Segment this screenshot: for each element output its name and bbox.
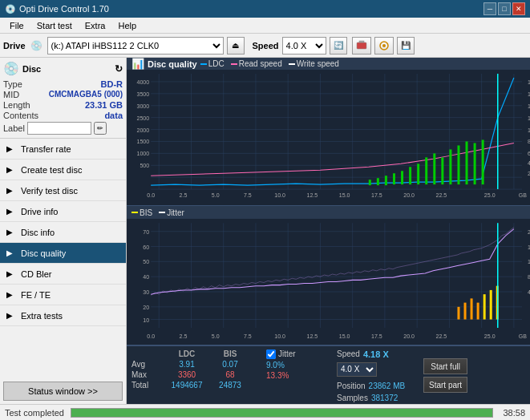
svg-rect-106 [471, 298, 473, 319]
svg-text:50: 50 [143, 259, 149, 265]
position-value: 23862 MB [369, 382, 406, 390]
svg-text:5.0: 5.0 [212, 333, 220, 339]
status-bar: Test completed 38:58 [0, 404, 530, 420]
lower-chart-header: BIS Jitter [127, 206, 530, 219]
svg-rect-61 [409, 167, 411, 184]
upper-chart-svg: 4000 3500 3000 2500 2000 1500 1000 500 1… [127, 70, 530, 205]
menu-help[interactable]: Help [111, 19, 143, 32]
svg-text:25.0: 25.0 [484, 333, 496, 339]
sidebar-item-drive-info[interactable]: ▶ Drive info [0, 201, 126, 222]
verify-test-disc-icon: ▶ [6, 186, 16, 195]
avg-label: Avg [131, 360, 164, 369]
toolbar: Drive 💿 (k:) ATAPI iHBS112 2 CLK0 ⏏ Spee… [0, 34, 530, 58]
speed-stat-select[interactable]: 4.0 X [337, 362, 377, 377]
disc-header-label: Disc [22, 64, 41, 74]
svg-rect-108 [483, 294, 486, 319]
svg-rect-68 [466, 141, 468, 184]
svg-text:22.5: 22.5 [435, 333, 447, 339]
svg-rect-66 [449, 149, 451, 184]
menu-start-test[interactable]: Start test [30, 19, 79, 32]
lower-chart-svg: 70 60 50 40 30 20 10 20% 16% 12% 8% 4% [127, 219, 530, 345]
close-button[interactable]: ✕ [512, 2, 525, 15]
nav-items: ▶ Transfer rate ▶ Create test disc ▶ Ver… [0, 139, 126, 378]
status-window-button[interactable]: Status window >> [3, 382, 123, 401]
status-time: 38:58 [503, 408, 525, 418]
speed-select[interactable]: 4.0 X [282, 37, 326, 55]
cd-bler-icon: ▶ [6, 269, 16, 278]
erase-button[interactable] [352, 37, 371, 55]
menu-file[interactable]: File [3, 19, 30, 32]
fe-te-icon: ▶ [6, 290, 16, 299]
svg-text:70: 70 [143, 229, 149, 236]
eject-button[interactable]: ⏏ [227, 37, 245, 55]
stats-bis-header: BIS [210, 349, 250, 358]
title-bar: 💿 Opti Drive Control 1.70 ─ □ ✕ [0, 0, 530, 18]
app-icon: 💿 [5, 4, 16, 14]
maximize-button[interactable]: □ [498, 2, 511, 15]
menu-extra[interactable]: Extra [79, 19, 112, 32]
svg-rect-59 [393, 173, 395, 184]
drive-select[interactable]: (k:) ATAPI iHBS112 2 CLK0 [47, 37, 224, 55]
refresh-button[interactable]: 🔄 [330, 37, 347, 55]
speed-label: Speed [253, 41, 279, 50]
jitter-legend-label: Jitter [167, 208, 184, 217]
svg-text:20.0: 20.0 [403, 333, 415, 339]
nav-label-extra-tests: Extra tests [21, 311, 63, 321]
bis-legend-dot [131, 212, 138, 213]
sidebar-item-disc-info[interactable]: ▶ Disc info [0, 222, 126, 243]
sidebar-item-extra-tests[interactable]: ▶ Extra tests [0, 305, 126, 326]
svg-text:5.0: 5.0 [212, 192, 220, 198]
disc-label-input[interactable] [27, 122, 91, 135]
svg-rect-105 [464, 303, 467, 320]
svg-rect-60 [401, 171, 403, 184]
minimize-button[interactable]: ─ [483, 2, 496, 15]
disc-info-panel: 💿 Disc ↻ Type BD-R MID CMCMAGBA5 (000) L… [0, 58, 126, 139]
upper-chart: 4000 3500 3000 2500 2000 1500 1000 500 1… [127, 70, 530, 206]
svg-text:12.5: 12.5 [307, 333, 318, 339]
svg-text:1000: 1000 [136, 151, 149, 156]
svg-text:7.5: 7.5 [244, 333, 252, 339]
svg-text:4000: 4000 [136, 79, 149, 85]
speed-position-stats: Speed 4.18 X 4.0 X Position 23862 MB Sam… [337, 349, 417, 402]
svg-rect-107 [477, 303, 479, 320]
transfer-rate-icon: ▶ [6, 144, 16, 153]
burn-button[interactable] [374, 37, 394, 55]
position-label: Position [337, 382, 366, 390]
write-speed-legend-dot [289, 63, 295, 65]
start-full-button[interactable]: Start full [423, 358, 467, 374]
stats-panel: LDC BIS Avg 3.91 0.07 Max 3360 68 Total … [127, 345, 530, 404]
start-part-button[interactable]: Start part [423, 377, 467, 393]
svg-text:15.0: 15.0 [339, 333, 350, 339]
svg-rect-104 [457, 307, 459, 320]
avg-ldc: 3.91 [167, 360, 207, 369]
label-edit-button[interactable]: ✏ [94, 122, 107, 135]
sidebar-item-transfer-rate[interactable]: ▶ Transfer rate [0, 139, 126, 160]
total-ldc: 1494667 [167, 381, 207, 390]
svg-rect-58 [385, 176, 387, 185]
save-button[interactable]: 💾 [397, 37, 415, 55]
sidebar-item-verify-test-disc[interactable]: ▶ Verify test disc [0, 180, 126, 201]
svg-text:20.0: 20.0 [403, 192, 415, 198]
sidebar-item-fe-te[interactable]: ▶ FE / TE [0, 285, 126, 305]
svg-text:20: 20 [143, 305, 149, 311]
sidebar-item-cd-bler[interactable]: ▶ CD Bler [0, 264, 126, 285]
read-speed-legend-label: Read speed [239, 59, 282, 68]
sidebar-item-disc-quality[interactable]: ▶ Disc quality [0, 243, 126, 264]
jitter-checkbox[interactable] [266, 349, 276, 359]
nav-label-verify-test-disc: Verify test disc [21, 186, 78, 196]
svg-text:3000: 3000 [136, 103, 149, 109]
sidebar-item-create-test-disc[interactable]: ▶ Create test disc [0, 160, 126, 180]
length-value: 23.31 GB [85, 100, 123, 110]
nav-label-create-test-disc: Create test disc [21, 165, 82, 175]
samples-label: Samples [337, 394, 368, 402]
svg-text:17.5: 17.5 [371, 192, 382, 198]
svg-text:12.5: 12.5 [307, 192, 318, 198]
stats-table: LDC BIS Avg 3.91 0.07 Max 3360 68 Total … [131, 349, 260, 402]
svg-text:15.0: 15.0 [339, 192, 350, 198]
progress-bar-fill [71, 409, 492, 417]
length-label: Length [3, 100, 30, 110]
svg-text:500: 500 [140, 163, 149, 168]
disc-refresh-icon[interactable]: ↻ [115, 63, 123, 75]
type-label: Type [3, 79, 22, 89]
svg-text:1500: 1500 [136, 139, 149, 144]
